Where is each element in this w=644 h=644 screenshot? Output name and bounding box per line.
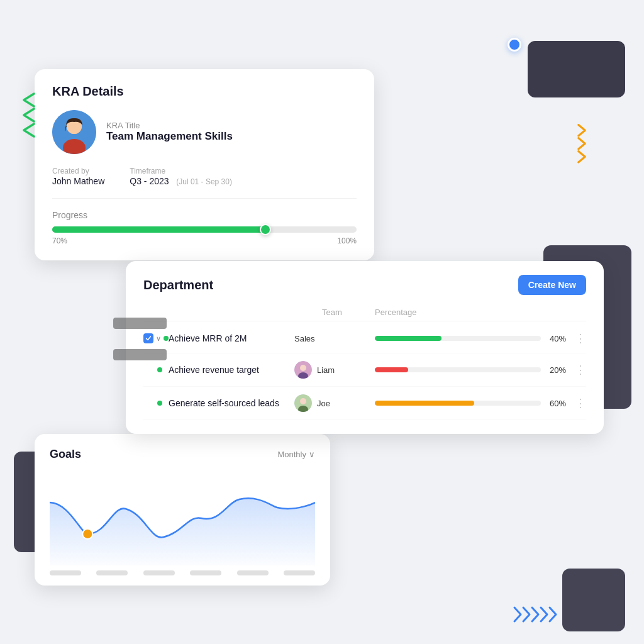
row-team: Liam	[294, 361, 370, 379]
percentage-label: 60%	[546, 399, 566, 408]
more-icon[interactable]: ⋮	[571, 396, 586, 410]
goals-chart	[50, 471, 315, 565]
row-team: Sales	[294, 334, 370, 343]
team-name: Sales	[294, 334, 315, 343]
table-row: ∨ Achieve MRR of 2M Sales 40% ⋮	[143, 324, 586, 353]
yellow-chevrons-decoration	[573, 123, 591, 169]
kra-title-value: Team Management Skills	[106, 130, 357, 143]
dark-block-bottom-right	[562, 569, 625, 631]
goals-title: Goals	[50, 448, 81, 461]
progress-fill	[52, 226, 265, 233]
kra-card-title: KRA Details	[52, 84, 357, 99]
status-dot	[164, 336, 169, 341]
team-name: Joe	[317, 399, 330, 408]
row-name: Achieve revenue target	[169, 365, 294, 375]
row-name: Achieve MRR of 2M	[169, 333, 294, 343]
blue-chevrons-decoration	[512, 605, 565, 626]
more-icon[interactable]: ⋮	[571, 363, 586, 377]
created-by-value: John Mathew	[52, 176, 104, 186]
green-chevrons-decoration	[19, 91, 39, 144]
team-name: Liam	[317, 365, 335, 375]
progress-track	[52, 226, 357, 233]
row-percentage: 20% ⋮	[370, 363, 586, 377]
dark-overlay-row2	[113, 349, 167, 360]
row-checkbox[interactable]	[143, 333, 153, 343]
svg-point-8	[300, 398, 306, 404]
row-team: Joe	[294, 394, 370, 412]
team-column-header: Team	[294, 308, 370, 317]
avatar	[294, 361, 312, 379]
timeframe-value: Q3 - 2023 (Jul 01 - Sep 30)	[130, 176, 232, 186]
row-check-area	[143, 367, 169, 372]
table-row: Generate self-sourced leads Joe 60% ⋮	[143, 387, 586, 420]
status-dot	[157, 401, 162, 406]
goals-card: Goals Monthly ∨	[35, 434, 330, 586]
created-by-label: Created by	[52, 167, 104, 175]
blue-dot-decoration	[508, 38, 521, 52]
svg-point-5	[300, 365, 306, 371]
status-dot	[157, 367, 162, 372]
progress-max: 100%	[337, 236, 357, 245]
kra-details-card: KRA Details KRA Title Team Management Sk…	[35, 69, 374, 260]
row-name: Generate self-sourced leads	[169, 398, 294, 408]
row-percentage: 60% ⋮	[370, 396, 586, 410]
row-check-area: ∨	[143, 333, 169, 343]
goals-filter-dropdown[interactable]: Monthly ∨	[277, 450, 315, 459]
kra-title-label: KRA Title	[106, 121, 357, 130]
timeframe-label: Timeframe	[130, 167, 232, 175]
more-icon[interactable]: ⋮	[571, 331, 586, 345]
create-new-button[interactable]: Create New	[518, 275, 586, 295]
dark-overlay-row1	[113, 318, 167, 329]
progress-label: Progress	[52, 210, 357, 220]
chevron-down-icon: ∨	[309, 450, 315, 459]
percentage-label: 20%	[546, 365, 566, 375]
table-row: Achieve revenue target Liam 20% ⋮	[143, 353, 586, 387]
avatar	[52, 110, 96, 154]
row-check-area	[143, 401, 169, 406]
chart-x-labels	[50, 570, 315, 575]
row-percentage: 40% ⋮	[370, 331, 586, 345]
progress-thumb[interactable]	[260, 224, 271, 235]
progress-min: 70%	[52, 236, 67, 245]
avatar	[294, 394, 312, 412]
percentage-label: 40%	[546, 334, 566, 343]
department-card: Department Create New Team Percentage ∨ …	[126, 261, 604, 434]
percentage-column-header: Percentage	[370, 308, 586, 317]
dark-block-top	[528, 41, 625, 97]
svg-point-10	[82, 529, 92, 539]
department-title: Department	[143, 278, 213, 292]
chevron-down-icon[interactable]: ∨	[156, 335, 161, 343]
